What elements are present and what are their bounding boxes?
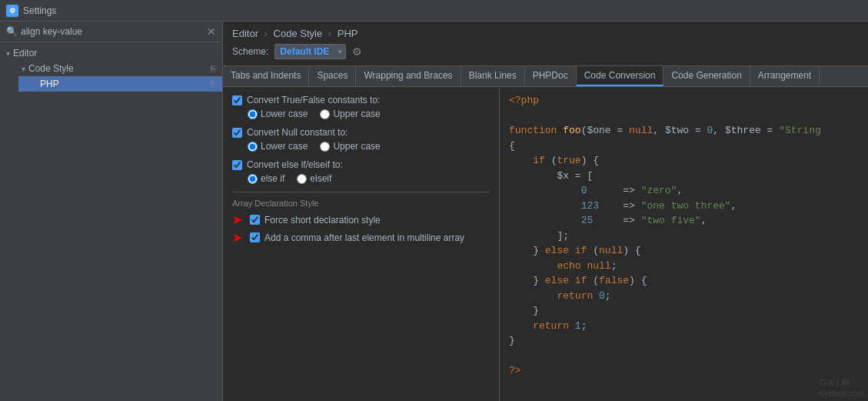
convert-else-checkbox[interactable] [232,160,242,170]
sidebar-code-style-section: PHP ⎘ [9,76,222,92]
main-container: 🔍 ✕ ▾ Editor ▾ Code Style ⎘ PHP ⎘ [0,22,868,401]
convert-true-false-group: Convert True/False constants to: Lower c… [232,95,490,119]
code-line-11: } else if (null) { [509,243,859,259]
breadcrumb-sep-1: › [264,28,268,39]
sidebar-label-editor: Editor [13,48,37,58]
tab-wrapping-and-braces[interactable]: Wrapping and Braces [356,66,461,86]
convert-null-checkbox[interactable] [232,128,242,138]
convert-else-label: Convert else if/elseif to: [247,159,343,170]
tab-spaces[interactable]: Spaces [309,66,356,86]
tab-code-generation[interactable]: Code Generation [663,66,750,86]
settings-panel: Convert True/False constants to: Lower c… [223,87,500,401]
upper-case-1-radio[interactable] [320,109,330,119]
content-header: Editor › Code Style › PHP Scheme: Defaul… [223,22,868,66]
code-line-18 [509,349,859,364]
tab-blank-lines[interactable]: Blank Lines [461,66,525,86]
add-comma-label: Add a comma after last element in multil… [264,232,464,243]
sidebar-item-code-style[interactable]: ▾ Code Style ⎘ [9,61,222,76]
sidebar-item-editor[interactable]: ▾ Editor [0,45,222,61]
code-line-8: 123 => "one two three", [509,199,859,214]
watermark: G X I 网system.com [820,377,865,398]
elseif-radio[interactable] [297,174,307,184]
copy-icon: ⎘ [211,64,216,73]
lower-case-2-label: Lower case [261,141,308,152]
true-false-radio-row: Lower case Upper case [232,109,490,119]
code-line-5: if (true) { [509,153,859,169]
code-line-15: } [509,303,859,319]
code-line-19: ?> [509,363,859,379]
lower-case-1-label: Lower case [261,109,308,119]
code-line-4: { [509,139,859,154]
lower-case-1-option[interactable]: Lower case [248,109,308,119]
tree-expand-icon: ▾ [22,65,25,73]
search-input[interactable] [21,26,207,37]
sidebar-item-php[interactable]: PHP ⎘ [18,76,222,92]
else-radio-row: else if elseif [232,173,490,184]
code-line-7: 0 => "zero", [509,183,859,199]
convert-null-row: Convert Null constant to: [232,127,490,138]
upper-case-2-label: Upper case [333,141,380,152]
search-bar: 🔍 ✕ [0,22,222,42]
sidebar-editor-section: ▾ Code Style ⎘ PHP ⎘ [0,61,222,92]
code-line-14: return 0; [509,289,859,304]
section-divider [232,192,490,192]
app-icon: ⚙ [6,5,18,17]
scheme-select[interactable]: Default IDE [274,44,346,59]
convert-true-false-row: Convert True/False constants to: [232,95,490,105]
tab-code-conversion[interactable]: Code Conversion [577,66,664,86]
code-line-12: echo null; [509,259,859,274]
title-bar: ⚙ Settings [0,0,868,22]
window-title: Settings [23,5,56,16]
code-preview-panel: <?php function foo($one = null, $two = 0… [500,87,868,401]
code-line-13: } else if (false) { [509,273,859,289]
code-line-3: function foo($one = null, $two = 0, $thr… [509,123,859,139]
add-comma-checkbox[interactable] [250,232,260,242]
code-line-10: ]; [509,229,859,244]
code-line-17: } [509,333,859,349]
code-line-1: <?php [509,93,859,109]
sidebar-tree: ▾ Editor ▾ Code Style ⎘ PHP ⎘ [0,42,222,401]
else-if-option[interactable]: else if [248,173,284,184]
breadcrumb-editor: Editor [232,28,258,39]
search-clear-icon[interactable]: ✕ [207,26,216,37]
breadcrumb-code-style: Code Style [274,28,323,39]
breadcrumb-php: PHP [338,28,358,39]
else-if-label: else if [261,173,284,184]
tree-collapse-icon: ▾ [6,49,10,58]
arrow-icon-1: ➤ [232,212,242,227]
convert-else-group: Convert else if/elseif to: else if elsei… [232,159,490,184]
lower-case-1-radio[interactable] [248,109,258,119]
convert-true-false-checkbox[interactable] [232,95,242,105]
tabs-row: Tabs and Indents Spaces Wrapping and Bra… [223,66,868,87]
code-line-9: 25 => "two five", [509,213,859,229]
sidebar-label-code-style: Code Style [28,63,74,74]
split-content: Convert True/False constants to: Lower c… [223,87,868,401]
convert-null-label: Convert Null constant to: [247,127,348,138]
scheme-select-wrap[interactable]: Default IDE [274,44,346,59]
upper-case-2-option[interactable]: Upper case [320,141,380,152]
code-line-6: $x = [ [509,169,859,184]
add-comma-row: ➤ Add a comma after last element in mult… [232,230,490,245]
upper-case-1-option[interactable]: Upper case [320,109,380,119]
lower-case-2-option[interactable]: Lower case [248,141,308,152]
upper-case-2-radio[interactable] [320,142,330,152]
sidebar-label-php: PHP [40,79,59,89]
elseif-option[interactable]: elseif [297,173,331,184]
tab-tabs-and-indents[interactable]: Tabs and Indents [223,66,309,86]
lower-case-2-radio[interactable] [248,142,258,152]
convert-else-row: Convert else if/elseif to: [232,159,490,170]
breadcrumb-sep-2: › [328,28,331,39]
search-icon: 🔍 [6,26,18,37]
code-line-16: return 1; [509,319,859,334]
gear-icon[interactable]: ⚙ [352,45,362,58]
array-declaration-group: Array Declaration Style ➤ Force short de… [232,199,490,245]
else-if-radio[interactable] [248,174,258,184]
elseif-label: elseif [310,173,331,184]
upper-case-1-label: Upper case [333,109,380,119]
convert-null-group: Convert Null constant to: Lower case Upp… [232,127,490,152]
force-short-checkbox[interactable] [250,215,260,225]
sidebar: 🔍 ✕ ▾ Editor ▾ Code Style ⎘ PHP ⎘ [0,22,223,401]
force-short-label: Force short declaration style [264,215,381,226]
tab-arrangement[interactable]: Arrangement [750,66,820,86]
tab-phpdoc[interactable]: PHPDoc [525,66,577,86]
